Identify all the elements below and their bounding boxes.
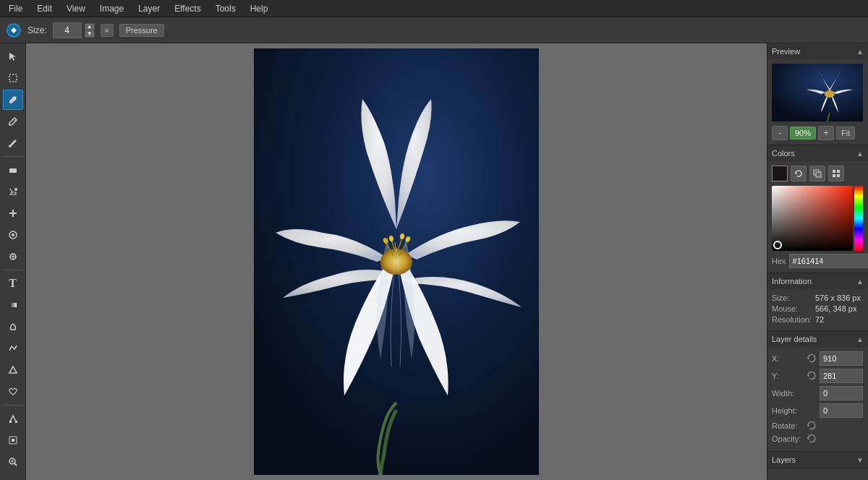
y-row: Y:	[772, 369, 864, 383]
svg-marker-10	[9, 367, 17, 373]
opacity-icon[interactable]	[807, 434, 817, 444]
y-refresh-icon[interactable]	[807, 371, 817, 381]
dodge-tool-button[interactable]	[3, 317, 23, 337]
svg-point-26	[825, 90, 835, 98]
svg-rect-29	[833, 170, 835, 173]
text-tool-button[interactable]: T	[3, 273, 23, 293]
preview-collapse-icon: ▲	[856, 48, 864, 56]
size-up-button[interactable]: ▲	[85, 23, 95, 30]
foreground-color-swatch[interactable]	[772, 166, 788, 181]
menu-edit[interactable]: Edit	[34, 2, 55, 15]
opacity-label: Opacity:	[772, 434, 804, 443]
layers-header[interactable]: Layers ▼	[767, 452, 868, 468]
x-refresh-icon[interactable]	[807, 353, 817, 364]
svg-rect-35	[854, 186, 863, 251]
fit-button[interactable]: Fit	[836, 127, 855, 140]
menu-view[interactable]: View	[64, 2, 88, 15]
preview-header[interactable]: Preview ▲	[767, 43, 868, 59]
colors-body: Hex	[767, 161, 868, 273]
size-stepper: ▲ ▼	[85, 23, 95, 38]
width-input[interactable]	[820, 386, 863, 400]
shape-tool-button[interactable]	[3, 360, 23, 380]
preview-title: Preview	[772, 47, 800, 56]
colors-header[interactable]: Colors ▲	[767, 145, 868, 161]
x-row: X:	[772, 351, 864, 366]
info-mouse-row: Mouse: 566, 348 px	[772, 304, 864, 313]
opacity-row: Opacity:	[772, 434, 864, 444]
preview-canvas	[772, 64, 863, 121]
pointer-tool-button[interactable]	[3, 46, 23, 67]
paint-tool-button[interactable]	[3, 90, 23, 110]
svg-rect-30	[837, 170, 840, 173]
app-logo-icon	[6, 22, 22, 38]
color-swap-button[interactable]	[809, 166, 825, 181]
layer-details-collapse-icon: ▲	[856, 335, 864, 343]
transform-tool-button[interactable]	[3, 430, 23, 450]
layers-section: Layers ▼	[767, 452, 868, 468]
canvas-area[interactable]	[26, 43, 767, 480]
svg-rect-4	[9, 168, 17, 173]
layer-details-section: Layer details ▲ X: Y: Width:	[767, 331, 868, 452]
toolbar: Size: ▲ ▼ × Pressure	[0, 17, 868, 43]
color-picker[interactable]	[772, 186, 863, 251]
resolution-key: Resolution:	[772, 315, 812, 324]
svg-rect-28	[816, 172, 821, 177]
layer-details-header[interactable]: Layer details ▲	[767, 331, 868, 347]
colors-title: Colors	[772, 149, 795, 158]
heal-tool-button[interactable]	[3, 203, 23, 223]
size-down-button[interactable]: ▼	[85, 30, 95, 38]
rotate-icon[interactable]	[807, 421, 817, 431]
menu-layer[interactable]: Layer	[135, 2, 163, 15]
clone-tool-button[interactable]	[3, 247, 23, 267]
canvas-wrapper	[254, 48, 539, 475]
zoom-out-button[interactable]: -	[772, 126, 788, 140]
color-grid-button[interactable]	[828, 166, 844, 181]
close-pressure-button[interactable]: ×	[101, 24, 114, 37]
info-section: Information ▲ Size: 576 x 836 px Mouse: …	[767, 273, 868, 331]
svg-rect-11	[9, 421, 12, 423]
height-label: Height:	[772, 406, 804, 415]
layers-collapse-icon: ▼	[856, 456, 864, 464]
menu-tools[interactable]: Tools	[213, 2, 239, 15]
blur-tool-button[interactable]	[3, 225, 23, 245]
x-input[interactable]	[820, 351, 863, 366]
info-header[interactable]: Information ▲	[767, 273, 868, 289]
color-reset-button[interactable]	[791, 166, 807, 181]
y-input[interactable]	[820, 369, 863, 383]
size-input[interactable]	[53, 22, 82, 38]
tool-separator-1	[3, 156, 23, 157]
svg-point-15	[380, 249, 412, 275]
menu-effects[interactable]: Effects	[171, 2, 203, 15]
gradient-tool-button[interactable]	[3, 295, 23, 315]
pencil-tool-button[interactable]	[3, 111, 23, 132]
rotate-label: Rotate:	[772, 421, 804, 430]
mouse-val: 566, 348 px	[815, 304, 857, 313]
menu-help[interactable]: Help	[247, 2, 271, 15]
tool-separator-2	[3, 270, 23, 270]
hex-input[interactable]	[789, 254, 868, 268]
svg-point-2	[14, 97, 16, 99]
info-resolution-row: Resolution: 72	[772, 315, 864, 324]
pressure-button[interactable]: Pressure	[119, 24, 164, 37]
info-body: Size: 576 x 836 px Mouse: 566, 348 px Re…	[767, 289, 868, 330]
eraser-tool-button[interactable]	[3, 160, 23, 180]
zoom-tool-button[interactable]	[3, 452, 23, 472]
menu-image[interactable]: Image	[97, 2, 127, 15]
height-input[interactable]	[820, 403, 863, 418]
resolution-val: 72	[815, 315, 824, 324]
selection-tool-button[interactable]	[3, 68, 23, 88]
mouse-key: Mouse:	[772, 304, 812, 313]
menu-file[interactable]: File	[6, 2, 25, 15]
warp-tool-button[interactable]	[3, 338, 23, 359]
zoom-in-button[interactable]: +	[818, 126, 834, 140]
layers-title: Layers	[772, 455, 796, 464]
colors-section: Colors ▲	[767, 145, 868, 273]
heart-tool-button[interactable]	[3, 382, 23, 402]
svg-point-7	[12, 233, 14, 236]
hex-row: Hex	[772, 254, 864, 268]
eyedropper-tool-button[interactable]	[3, 133, 23, 153]
fill-tool-button[interactable]	[3, 181, 23, 202]
colors-collapse-icon: ▲	[856, 150, 864, 158]
path-tool-button[interactable]	[3, 408, 23, 429]
canvas-image	[254, 48, 539, 475]
